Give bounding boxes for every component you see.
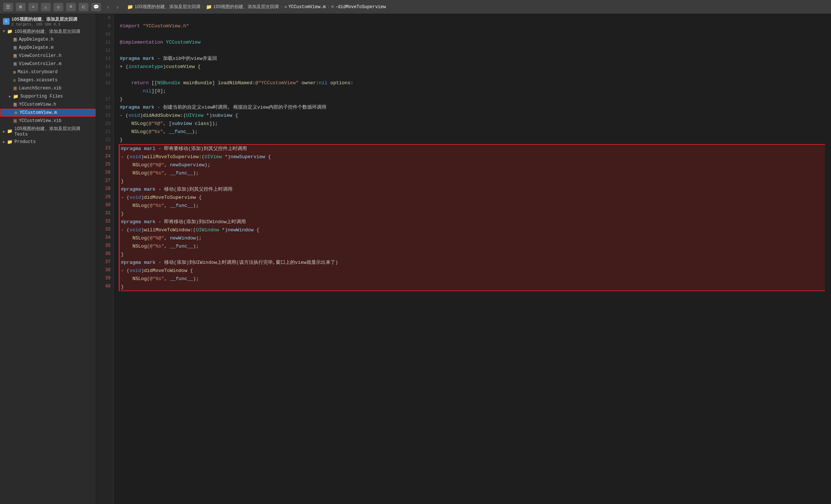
sidebar-label-yccustomview-xib: YCCustomView.xib	[19, 118, 61, 123]
code-line-13: #pragma mark - 加载xib中的view并返回	[120, 55, 825, 63]
sidebar-toggle-button[interactable]: ☰	[3, 3, 13, 11]
tag-button[interactable]: ⊏	[78, 3, 89, 11]
sidebar-label-yccustomview-h: YCCustomView.h	[19, 102, 56, 107]
sidebar-label-appdelegate-h: AppDelegate.h	[19, 37, 54, 42]
code-container: 8 9 10 11 12 13 14 15 16 16 17 18 19 20 …	[96, 14, 831, 504]
sidebar-item-products-group[interactable]: ▶ 📁 Products	[0, 138, 96, 146]
code-line-25: NSLog(@"%@", newSuperview);	[121, 161, 825, 169]
sidebar-label-viewcontroller-m: ViewController.m	[19, 61, 61, 67]
expand-arrow-tests: ▶	[3, 129, 5, 134]
sidebar-item-viewcontroller-h[interactable]: h ViewController.h	[0, 52, 96, 60]
xib-icon: x	[13, 86, 17, 91]
code-line-22: }	[120, 136, 825, 144]
code-line-23: #pragma marl - 即将要移动(添加)到其父控件上时调用	[121, 145, 825, 153]
main-layout: X iOS视图的创建、添加及层次回调 2 targets, iOS SDK 8.…	[0, 14, 831, 504]
list-button[interactable]: ≡	[66, 3, 76, 11]
sidebar-label-appdelegate-m: AppDelegate.m	[19, 45, 54, 50]
warning-button[interactable]: ⚠	[41, 3, 51, 11]
toolbar: ☰ ⊞ ⌕ ⚠ ◇ ≡ ⊏ 💬 ‹ › 📁 iOS视图的创建、添加及层次回调 ›…	[0, 0, 831, 14]
breadcrumb-folder-icon: 📁	[127, 4, 133, 10]
sidebar-item-supporting-files[interactable]: ▶ 📁 Supporting Files	[0, 92, 96, 101]
code-line-8	[120, 14, 825, 22]
project-icon: X	[3, 18, 10, 25]
code-line-18: #pragma mark - 创建当前的自定义view时调用, 根据自定义vie…	[120, 103, 825, 112]
sidebar-item-launchscreen-xib[interactable]: x LaunchScreen.xib	[0, 84, 96, 92]
h-file-icon: h	[13, 38, 17, 42]
sidebar-item-appdelegate-h[interactable]: h AppDelegate.h	[0, 35, 96, 44]
code-line-27: }	[121, 177, 825, 185]
code-line-30: NSLog(@"%s", __func__);	[121, 202, 825, 210]
xcassets-icon: ⊟	[13, 78, 16, 83]
sidebar-label-yccustomview-m: YCCustomView.m	[20, 110, 57, 115]
sidebar-item-yccustomview-m[interactable]: m YCCustomView.m	[0, 109, 96, 117]
code-line-32: #pragma mark - 即将移动(添加)到UIWindow上时调用	[121, 218, 825, 226]
code-line-38: - (void)didMoveToWindow {	[121, 267, 825, 275]
code-line-21: NSLog(@"%s", __func__);	[120, 128, 825, 136]
breadcrumb-item-2[interactable]: iOS视图的创建、添加及层次回调	[213, 4, 279, 10]
project-title: iOS视图的创建、添加及层次回调	[11, 16, 77, 23]
sidebar-item-main-storyboard[interactable]: ⊞ Main.storyboard	[0, 68, 96, 76]
code-line-17: }	[120, 95, 825, 103]
code-line-14: + (instancetype)customView {	[120, 63, 825, 71]
diamond-button[interactable]: ◇	[53, 3, 64, 11]
breadcrumb-item-1[interactable]: iOS视图的创建、添加及层次回调	[135, 4, 200, 10]
code-line-33: - (void)willMoveToWindow:(UIWindow *)new…	[121, 226, 825, 234]
editor-area: 8 9 10 11 12 13 14 15 16 16 17 18 19 20 …	[96, 14, 831, 504]
sidebar-label-supporting-files: Supporting Files	[20, 94, 63, 99]
m-file-icon-3: m	[14, 111, 18, 115]
nav-forward-button[interactable]: ›	[113, 3, 122, 11]
sidebar-label-viewcontroller-h: ViewController.h	[19, 53, 61, 58]
code-line-24: - (void)willMoveToSuperview:(UIView *)ne…	[121, 153, 825, 161]
code-line-39: NSLog(@"%s", __func__);	[121, 275, 825, 283]
m-file-icon: m	[13, 46, 17, 50]
code-line-34: NSLog(@"%@", newWindow);	[121, 234, 825, 242]
sidebar-item-images-xcassets[interactable]: ⊟ Images.xcassets	[0, 76, 96, 84]
breadcrumb-item-3[interactable]: YCCustomView.m	[288, 4, 326, 10]
expand-arrow-products: ▶	[3, 140, 5, 144]
sidebar-label-images-xcassets: Images.xcassets	[18, 78, 58, 83]
folder-icon-supporting: 📁	[13, 94, 18, 99]
storyboard-icon: ⊞	[13, 70, 16, 75]
code-line-40: }	[121, 283, 825, 291]
sidebar-label-main-storyboard: Main.storyboard	[18, 69, 58, 75]
code-lines[interactable]: #import "YCCustomView.h" @implementation…	[114, 14, 831, 504]
expand-arrow-main: ▶	[2, 30, 6, 33]
line-numbers: 8 9 10 11 12 13 14 15 16 16 17 18 19 20 …	[96, 14, 114, 504]
xib-icon-2: x	[13, 119, 17, 123]
grid-button[interactable]: ⊞	[16, 3, 26, 11]
sidebar-item-viewcontroller-m[interactable]: m ViewController.m	[0, 60, 96, 68]
code-line-9: #import "YCCustomView.h"	[120, 22, 825, 30]
breadcrumb-item-4[interactable]: -didMoveToSuperview	[335, 4, 386, 10]
red-region: #pragma marl - 即将要移动(添加)到其父控件上时调用 - (voi…	[119, 144, 825, 291]
code-line-26: NSLog(@"%s", __func__);	[121, 169, 825, 177]
sidebar-item-appdelegate-m[interactable]: m AppDelegate.m	[0, 44, 96, 52]
breadcrumb-file-icon: m	[285, 5, 287, 9]
code-line-15	[120, 71, 825, 79]
code-line-29: - (void)didMoveToSuperview {	[121, 194, 825, 202]
project-subtitle: 2 targets, iOS SDK 8.3	[11, 23, 77, 27]
folder-icon-products: 📁	[7, 139, 13, 145]
editor-content[interactable]: 8 9 10 11 12 13 14 15 16 16 17 18 19 20 …	[96, 14, 831, 504]
sidebar-label-main: iOS视图的创建、添加及层次回调	[14, 28, 80, 35]
h-file-icon-2: h	[13, 54, 17, 58]
breadcrumb: 📁 iOS视图的创建、添加及层次回调 › 📁 iOS视图的创建、添加及层次回调 …	[124, 4, 828, 10]
sidebar-item-main-group[interactable]: ▶ 📁 iOS视图的创建、添加及层次回调	[0, 27, 96, 35]
code-line-20: NSLog(@"%@", [subview class]);	[120, 120, 825, 128]
sidebar-label-launchscreen-xib: LaunchScreen.xib	[19, 86, 61, 91]
sidebar-item-tests-group[interactable]: ▶ 📁 iOS视图的创建、添加及层次回调Tests	[0, 125, 96, 138]
sidebar-item-yccustomview-xib[interactable]: x YCCustomView.xib	[0, 117, 96, 125]
breadcrumb-method-icon: M	[331, 5, 334, 9]
expand-arrow-supporting: ▶	[9, 94, 11, 99]
chat-button[interactable]: 💬	[91, 3, 101, 11]
code-line-28: #pragma mark - 移动(添加)到其父控件上时调用	[121, 185, 825, 194]
nav-controls: ‹ ›	[104, 3, 122, 11]
folder-icon-main: 📁	[7, 29, 13, 34]
nav-back-button[interactable]: ‹	[104, 3, 112, 11]
search-button[interactable]: ⌕	[28, 3, 38, 11]
code-line-31: }	[121, 210, 825, 218]
code-line-11: @implementation YCCustomView	[120, 38, 825, 47]
sidebar-item-yccustomview-h[interactable]: h YCCustomView.h	[0, 101, 96, 109]
code-line-10	[120, 30, 825, 38]
sidebar-project-header[interactable]: X iOS视图的创建、添加及层次回调 2 targets, iOS SDK 8.…	[0, 16, 96, 27]
code-line-16: return [[NSBundle mainBundle] loadNibNam…	[120, 79, 825, 87]
